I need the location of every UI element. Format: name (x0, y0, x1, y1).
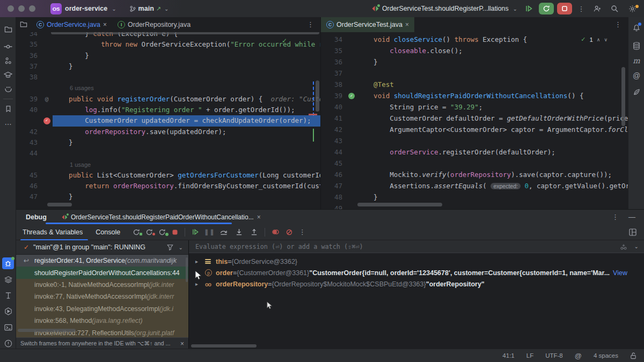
maven-tool-icon[interactable]: m (631, 55, 642, 67)
run-test-gutter-icon[interactable]: ✓ (348, 93, 355, 99)
next-problem-icon[interactable]: ∨ (604, 37, 608, 42)
usages-inlay[interactable]: 6 usages (53, 83, 94, 93)
chevron-down-icon[interactable]: ⌄ (178, 245, 184, 250)
close-hint-icon[interactable]: × (180, 340, 184, 348)
rerun-failed-tests-icon[interactable] (143, 228, 156, 236)
expand-chevron-icon[interactable]: ▸ (195, 281, 205, 287)
spring-tool-icon[interactable]: @ (631, 70, 642, 82)
vertical-scrollbar-thumb[interactable] (621, 67, 625, 126)
close-session-icon[interactable]: × (257, 213, 261, 221)
tab-orderservice-java[interactable]: C OrderService.java × (31, 17, 112, 32)
vertical-scrollbar-thumb[interactable] (316, 80, 319, 112)
run-configuration-name[interactable]: OrderServiceTest.shouldRegisterP...llati… (382, 5, 509, 12)
left-editor[interactable]: 34 } catch (Exception e) {35 throw new O… (16, 32, 320, 209)
horizontal-scrollbar-thumb[interactable] (47, 203, 72, 206)
debug-window-title[interactable]: Debug (26, 213, 47, 221)
editor-options-icon[interactable]: ⋮ (614, 20, 628, 28)
frames-hscroll-thumb[interactable] (18, 329, 76, 332)
notifications-bell-icon[interactable] (631, 22, 642, 34)
folder-icon[interactable] (16, 21, 31, 28)
frame-row[interactable]: shouldRegisterPaidOrderWithoutCancellati… (16, 267, 188, 278)
project-tool-icon[interactable] (2, 24, 14, 35)
frame-row[interactable]: invoke:43, DelegatingMethodAccessorImpl … (16, 303, 188, 315)
chevron-down-icon[interactable]: ⌄ (633, 243, 640, 249)
search-everywhere-icon[interactable] (608, 5, 621, 12)
problems-tool-icon[interactable] (2, 337, 14, 349)
step-into-icon[interactable] (231, 228, 246, 235)
rerun-icon[interactable] (130, 228, 143, 236)
caret-position[interactable]: 41:1 (502, 352, 514, 359)
stop-debug-icon[interactable] (169, 229, 181, 235)
database-tool-icon[interactable] (631, 40, 642, 51)
indent-style[interactable]: 4 spaces (594, 352, 618, 359)
inspections-ok-icon[interactable]: ✓ (282, 37, 287, 45)
debug-tool-icon[interactable] (2, 257, 14, 269)
window-close-button[interactable] (8, 5, 14, 12)
filter-funnel-icon[interactable] (167, 244, 173, 250)
window-minimize-button[interactable] (18, 5, 25, 12)
variables-hscroll-thumb[interactable] (191, 344, 257, 348)
unlock-icon[interactable] (630, 352, 636, 359)
rerun-debug-button[interactable] (539, 3, 554, 14)
spring-boot-leaf-icon[interactable] (631, 86, 642, 98)
stop-button[interactable] (557, 3, 572, 14)
tab-orderrepository-java[interactable]: I OrderRepository.java (112, 17, 196, 32)
terminal-tool-icon[interactable] (2, 321, 14, 333)
expand-chevron-icon[interactable]: ▸ (195, 258, 205, 264)
commit-tool-icon[interactable] (2, 41, 14, 53)
prev-problem-icon[interactable]: ∧ (597, 37, 601, 42)
mute-breakpoints-icon[interactable] (282, 228, 296, 236)
structure-tool-icon[interactable] (2, 55, 14, 67)
debug-session-tab[interactable]: OrderServiceTest.shouldRegisterPaidOrder… (62, 213, 261, 221)
thread-selector[interactable]: ✓ "main"@1 in group "main": RUNNING ⌄ (16, 240, 188, 255)
step-over-icon[interactable] (216, 228, 231, 235)
bookmarks-tool-icon[interactable] (2, 103, 14, 115)
resume-program-icon[interactable] (522, 3, 536, 14)
variable-row[interactable]: ▸porder = {CustomerOrder@3361} "Customer… (189, 267, 644, 278)
view-breakpoints-icon[interactable] (268, 228, 282, 235)
frames-vscroll-thumb[interactable] (186, 257, 188, 282)
evaluate-expression-bar[interactable]: Evaluate expression (⏎) or add a watch (… (189, 240, 644, 253)
step-out-icon[interactable] (246, 228, 261, 235)
tab-threads-variables[interactable]: Threads & Variables (23, 228, 83, 236)
window-zoom-button[interactable] (29, 5, 35, 12)
frame-row[interactable]: invoke:77, NativeMethodAccessorImpl (jdk… (16, 291, 188, 302)
close-tab-icon[interactable]: × (405, 21, 409, 28)
right-editor[interactable]: 34 void closeService() throws Exception … (320, 32, 628, 209)
docker-tool-icon[interactable] (2, 83, 14, 95)
scrollbar-top-thumb[interactable] (51, 32, 319, 34)
services-layers-icon[interactable] (2, 274, 14, 285)
spring-status-icon[interactable]: @ (575, 352, 582, 360)
frame-row[interactable]: invoke:568, Method (java.lang.reflect) (16, 315, 188, 327)
debug-options-icon[interactable]: ⋮ (612, 213, 619, 221)
resume-icon[interactable] (188, 228, 202, 235)
restart-debug-icon[interactable] (156, 228, 169, 236)
frame-row[interactable]: invoke0:-1, NativeMethodAccessorImpl (jd… (16, 279, 188, 291)
breakpoint-icon[interactable]: ✓ (43, 117, 50, 124)
inspections-widget[interactable]: ✓1 ∧ ∨ (581, 36, 608, 43)
horizontal-scrollbar-thumb[interactable] (357, 203, 442, 206)
more-toolbar-icon[interactable]: ⋮ (296, 228, 308, 236)
tab-orderservicetest-java[interactable]: C OrderServiceTest.java × (321, 17, 414, 32)
file-encoding[interactable]: UTF-8 (545, 352, 563, 359)
project-name[interactable]: order-service (65, 5, 107, 12)
settings-gear-icon[interactable] (625, 5, 640, 13)
view-value-link[interactable]: View (613, 269, 627, 277)
branch-name[interactable]: main (138, 5, 154, 12)
more-tools-icon[interactable]: ⋯ (2, 118, 14, 130)
editor-options-icon[interactable]: ⋮ (307, 20, 320, 28)
layout-settings-icon[interactable] (629, 228, 636, 236)
code-with-me-icon[interactable] (590, 5, 604, 12)
more-actions-icon[interactable]: ⋮ (575, 5, 587, 13)
frame-row[interactable]: ↩registerOrder:41, OrderService (com.mar… (16, 255, 188, 267)
tab-console[interactable]: Console (96, 228, 120, 236)
line-separator[interactable]: LF (526, 352, 533, 359)
hide-window-icon[interactable]: — (628, 213, 635, 221)
learn-tool-icon[interactable] (2, 69, 14, 81)
variable-row[interactable]: ▸this = {OrderService@3362} (189, 256, 644, 267)
close-tab-icon[interactable]: × (103, 21, 107, 28)
pause-icon[interactable]: ❚❚ (202, 228, 216, 235)
run-services-icon[interactable] (2, 305, 14, 317)
variable-row[interactable]: ▸ooorderRepository = {OrderRepository$Mo… (189, 278, 644, 290)
build-tool-icon[interactable] (2, 290, 14, 301)
